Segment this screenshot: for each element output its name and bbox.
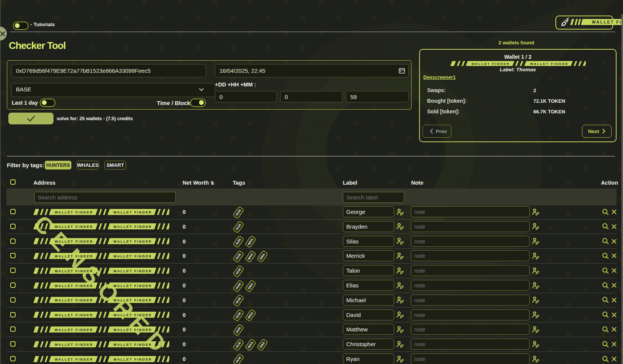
svg-text:WALLET FINDER: WALLET FINDER: [592, 19, 623, 24]
